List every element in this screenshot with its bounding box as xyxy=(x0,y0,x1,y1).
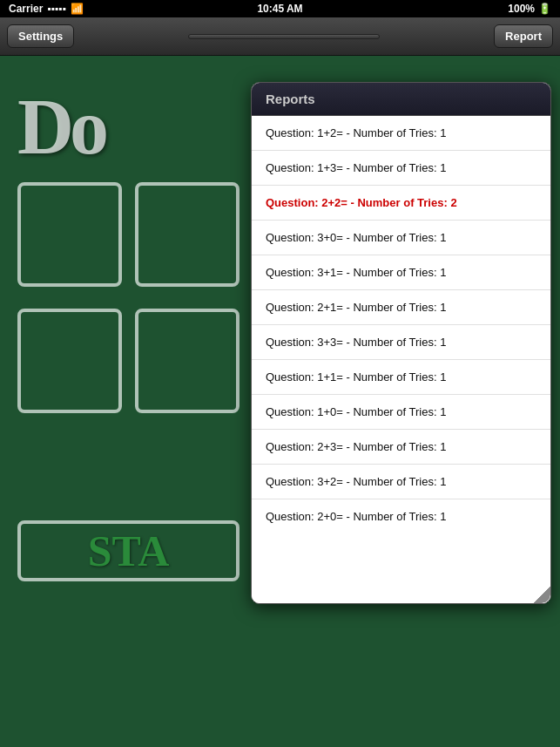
report-item-2: Question: 2+2= - Number of Tries: 2 xyxy=(252,186,550,221)
report-item-10: Question: 3+2= - Number of Tries: 1 xyxy=(252,465,550,499)
status-bar-left: Carrier ▪▪▪▪▪ 📶 xyxy=(9,3,84,15)
main-area: Do STA Reports Question: 1+2= - Number o… xyxy=(0,56,560,747)
report-item-11: Question: 2+0= - Number of Tries: 1 xyxy=(252,499,550,533)
chalk-box-3 xyxy=(17,309,122,413)
reports-spacer xyxy=(252,533,550,603)
status-bar: Carrier ▪▪▪▪▪ 📶 10:45 AM 100% 🔋 xyxy=(0,0,560,17)
battery-icon: 🔋 xyxy=(538,3,551,15)
chalk-start-text[interactable]: STA xyxy=(17,520,240,581)
chalk-box-1 xyxy=(17,182,122,287)
report-item-1: Question: 1+3= - Number of Tries: 1 xyxy=(252,151,550,186)
report-item-7: Question: 1+1= - Number of Tries: 1 xyxy=(252,360,550,395)
signal-icon: ▪▪▪▪▪ xyxy=(47,3,65,15)
wifi-icon: 📶 xyxy=(71,3,84,15)
report-item-6: Question: 3+3= - Number of Tries: 1 xyxy=(252,325,550,360)
nav-bar: Settings Report xyxy=(0,17,560,56)
status-bar-center: 10:45 AM xyxy=(257,3,302,15)
reports-grip xyxy=(533,586,550,603)
status-bar-right: 100% 🔋 xyxy=(508,3,551,15)
time-label: 10:45 AM xyxy=(257,3,302,15)
report-item-3: Question: 3+0= - Number of Tries: 1 xyxy=(252,221,550,255)
report-item-4: Question: 3+1= - Number of Tries: 1 xyxy=(252,255,550,290)
report-button[interactable]: Report xyxy=(494,24,553,48)
nav-center-bar xyxy=(188,34,380,39)
chalk-box-4 xyxy=(135,309,240,413)
carrier-label: Carrier xyxy=(9,3,43,15)
report-item-9: Question: 2+3= - Number of Tries: 1 xyxy=(252,430,550,465)
settings-button[interactable]: Settings xyxy=(7,24,74,48)
battery-percent: 100% xyxy=(508,3,535,15)
report-item-5: Question: 2+1= - Number of Tries: 1 xyxy=(252,290,550,325)
chalk-box-2 xyxy=(135,182,240,287)
reports-header: Reports xyxy=(252,83,550,116)
reports-list: Question: 1+2= - Number of Tries: 1Quest… xyxy=(252,116,550,533)
chalk-do-text: Do xyxy=(17,82,105,172)
report-item-0: Question: 1+2= - Number of Tries: 1 xyxy=(252,116,550,151)
report-item-8: Question: 1+0= - Number of Tries: 1 xyxy=(252,395,550,430)
reports-panel: Reports Question: 1+2= - Number of Tries… xyxy=(251,82,551,604)
